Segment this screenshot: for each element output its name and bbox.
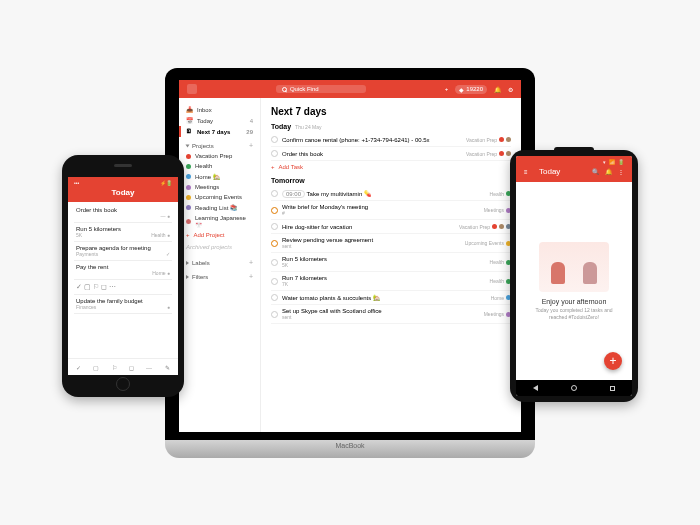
notifications-icon[interactable]: 🔔 <box>494 86 501 93</box>
task-checkbox[interactable] <box>271 150 278 157</box>
project-name: Reading List 📚 <box>195 204 237 211</box>
search-icon[interactable]: 🔍 <box>592 168 599 175</box>
chevron-down-icon <box>186 144 190 147</box>
nav-home-icon[interactable] <box>571 385 577 391</box>
app-logo-icon[interactable] <box>187 84 197 94</box>
task-checkbox[interactable] <box>271 294 278 301</box>
task-text: 09:00 Take my multivitamin 💊 <box>282 190 486 197</box>
android-title: Today <box>539 167 586 176</box>
add-project-icon[interactable]: + <box>249 142 253 149</box>
sidebar-project[interactable]: Reading List 📚 <box>179 202 260 213</box>
android-header: ▾📶🔋 Today 🔍 🔔 ⋮ <box>516 156 632 182</box>
project-color-dot <box>186 185 191 190</box>
day-header-today: TodayThu 24 May <box>271 123 511 130</box>
sidebar-filters-header[interactable]: Filters+ <box>179 268 260 282</box>
sidebar-next7days[interactable]: 🗓Next 7 days29 <box>179 126 260 137</box>
project-color-dot <box>186 195 191 200</box>
project-color-dot <box>186 154 191 159</box>
sidebar-project[interactable]: Home 🏡 <box>179 171 260 182</box>
chevron-right-icon <box>186 261 189 265</box>
sidebar-labels-header[interactable]: Labels+ <box>179 254 260 268</box>
hamburger-menu-icon[interactable] <box>524 169 533 175</box>
task-row[interactable]: Run 7 kilometers7KHealth <box>271 272 511 291</box>
empty-illustration <box>539 242 609 292</box>
iphone-task-row[interactable]: Update the family budgetFinances● <box>74 295 172 314</box>
task-checkbox[interactable] <box>271 259 278 266</box>
project-color-dot <box>186 219 191 224</box>
tab-more-icon[interactable]: ⋯ <box>144 362 154 372</box>
sidebar: 📥Inbox 📅Today4 🗓Next 7 days29 Projects+ … <box>179 98 261 432</box>
calendar-week-icon: 🗓 <box>186 128 193 135</box>
project-name: Home 🏡 <box>195 173 220 180</box>
task-checkbox[interactable] <box>271 223 278 230</box>
task-checkbox[interactable] <box>271 207 278 214</box>
task-checkbox[interactable] <box>271 136 278 143</box>
iphone-task-row[interactable]: Prepare agenda for meetingPayments✓ <box>74 242 172 261</box>
sidebar-project[interactable]: Meetings <box>179 182 260 192</box>
task-text: Order this book <box>282 151 462 157</box>
archived-projects[interactable]: Archived projects <box>179 240 260 254</box>
tab-edit-icon[interactable]: ✎ <box>162 362 172 372</box>
sidebar-projects-header[interactable]: Projects+ <box>179 137 260 151</box>
project-color-dot <box>186 174 191 179</box>
tab-calendar-icon[interactable]: ▢ <box>91 362 101 372</box>
nav-recent-icon[interactable] <box>610 386 615 391</box>
iphone-tabbar: ✓ ▢ ⚐ ◻ ⋯ ✎ <box>68 358 178 375</box>
task-row[interactable]: Set up Skype call with Scotland officese… <box>271 305 511 324</box>
task-row[interactable]: Water tomato plants & succulents 🏡Home <box>271 291 511 305</box>
task-checkbox[interactable] <box>271 311 278 318</box>
main-content: Next 7 days TodayThu 24 May Confirm cano… <box>261 98 521 432</box>
sidebar-project[interactable]: Vacation Prep <box>179 151 260 161</box>
tab-flag-icon[interactable]: ⚐ <box>109 362 119 372</box>
project-name: Health <box>195 163 212 169</box>
task-checkbox[interactable] <box>271 278 278 285</box>
sidebar-today[interactable]: 📅Today4 <box>179 115 260 126</box>
sidebar-project[interactable]: Upcoming Events <box>179 192 260 202</box>
calendar-today-icon: 📅 <box>186 117 193 124</box>
iphone-task-row[interactable]: Pay the rentHome ● <box>74 261 172 280</box>
iphone-device: •••⚡🔋 Today Order this book— ●Run 5 kilo… <box>62 155 184 397</box>
nav-back-icon[interactable] <box>533 385 538 391</box>
iphone-task-row[interactable]: Order this book— ● <box>74 204 172 223</box>
task-text: Run 5 kilometers5K <box>282 256 486 268</box>
iphone-title: Today <box>74 186 172 199</box>
task-row[interactable]: Review pending venue agreementsentUpcomi… <box>271 234 511 253</box>
add-icon[interactable]: + <box>445 86 449 92</box>
settings-gear-icon[interactable]: ⚙ <box>508 86 513 93</box>
task-row[interactable]: Write brief for Monday's meeting#Meeting… <box>271 201 511 220</box>
task-checkbox[interactable] <box>271 190 278 197</box>
add-task-button[interactable]: +Add Task <box>271 161 511 173</box>
task-text: Confirm canoe rental (phone: +1-734-794-… <box>282 137 462 143</box>
android-device: ▾📶🔋 Today 🔍 🔔 ⋮ Enjoy your afternoon Tod… <box>510 150 638 402</box>
more-icon[interactable]: ⋮ <box>618 168 624 175</box>
tab-check-icon[interactable]: ✓ <box>74 362 84 372</box>
notifications-icon[interactable]: 🔔 <box>605 168 612 175</box>
search-icon <box>282 87 287 92</box>
task-row[interactable]: Order this bookVacation Prep <box>271 147 511 161</box>
project-color-dot <box>186 205 191 210</box>
task-row[interactable]: Hire dog-sitter for vacationVacation Pre… <box>271 220 511 234</box>
sidebar-project[interactable]: Health <box>179 161 260 171</box>
task-text: Water tomato plants & succulents 🏡 <box>282 294 487 301</box>
task-action-row: ✓ ▢ ⚐ ◻ ⋯ <box>74 280 172 295</box>
sidebar-inbox[interactable]: 📥Inbox <box>179 104 260 115</box>
task-row[interactable]: 09:00 Take my multivitamin 💊Health <box>271 187 511 201</box>
empty-subtitle: Today you completed 12 tasks and reached… <box>526 307 622 320</box>
search-input[interactable]: Quick Find <box>276 85 366 93</box>
task-row[interactable]: Confirm canoe rental (phone: +1-734-794-… <box>271 133 511 147</box>
task-text: Review pending venue agreementsent <box>282 237 461 249</box>
task-checkbox[interactable] <box>271 240 278 247</box>
chevron-right-icon <box>186 275 189 279</box>
sidebar-project[interactable]: Learning Japanese 🎌 <box>179 213 260 230</box>
task-text: Write brief for Monday's meeting# <box>282 204 480 216</box>
add-project-link[interactable]: +Add Project <box>179 230 260 240</box>
inbox-icon: 📥 <box>186 106 193 113</box>
task-row[interactable]: Run 5 kilometers5KHealth <box>271 253 511 272</box>
laptop-base <box>165 440 535 458</box>
tab-comment-icon[interactable]: ◻ <box>127 362 137 372</box>
iphone-task-row[interactable]: Run 5 kilometers5KHealth ● <box>74 223 172 242</box>
fab-add-button[interactable]: + <box>604 352 622 370</box>
karma-points[interactable]: ◆ 19220 <box>455 85 487 94</box>
android-empty-state: Enjoy your afternoon Today you completed… <box>516 182 632 380</box>
project-name: Upcoming Events <box>195 194 242 200</box>
